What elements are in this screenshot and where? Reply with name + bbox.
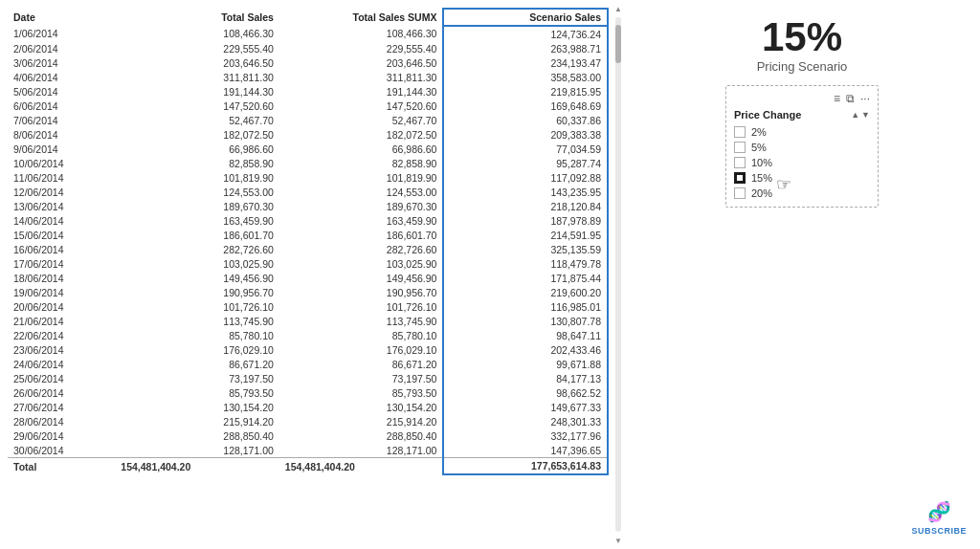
scroll-up-arrow[interactable]: ▲: [613, 4, 623, 13]
price-option-item[interactable]: 2%: [734, 124, 870, 140]
table-row: 19/06/2014 190,956.70 190,956.70 219,600…: [8, 285, 608, 299]
price-option-checkbox[interactable]: [734, 157, 746, 168]
cell-total-sumx: 163,459.90: [279, 213, 444, 228]
cell-total-sales: 82,858.90: [115, 156, 279, 170]
price-option-checkbox[interactable]: [734, 142, 746, 153]
cell-scenario-sales: 219,815.95: [443, 84, 608, 99]
table-row: 27/06/2014 130,154.20 130,154.20 149,677…: [8, 400, 608, 414]
cell-scenario-sales: 202,433.46: [443, 342, 608, 357]
cell-total-sales: 176,029.10: [115, 342, 279, 357]
cell-date: 20/06/2014: [8, 299, 115, 314]
price-option-item[interactable]: 20%: [734, 186, 870, 201]
cell-total-sumx: 203,646.50: [279, 55, 444, 70]
scroll-down-arrow[interactable]: ▼: [613, 536, 623, 545]
table-row: 17/06/2014 103,025.90 103,025.90 118,479…: [8, 256, 608, 271]
header-scenario-sales: Scenario Sales: [443, 9, 608, 26]
cell-date: 7/06/2014: [8, 113, 115, 127]
price-options-list: 2%5%10%15%20%: [734, 124, 870, 201]
cell-date: 21/06/2014: [8, 314, 115, 328]
table-row: 10/06/2014 82,858.90 82,858.90 95,287.74: [8, 156, 608, 170]
cell-total-sumx: 189,670.30: [279, 199, 444, 213]
cell-scenario-sales: 169,648.69: [443, 99, 608, 113]
header-date: Date: [8, 9, 115, 26]
price-option-checkbox[interactable]: [734, 172, 746, 184]
cell-total-sumx: 73,197.50: [279, 371, 444, 385]
table-row: 18/06/2014 149,456.90 149,456.90 171,875…: [8, 271, 608, 285]
footer-scenario-sales: 177,653,614.83: [443, 458, 608, 475]
table-row: 12/06/2014 124,553.00 124,553.00 143,235…: [8, 185, 608, 199]
price-option-item[interactable]: 15%: [734, 170, 870, 186]
sort-icons: ▲ ▼: [851, 110, 870, 120]
expand-icon[interactable]: ⧉: [846, 92, 855, 105]
cell-total-sales: 186,601.70: [115, 228, 279, 242]
cell-date: 16/06/2014: [8, 242, 115, 256]
cell-date: 11/06/2014: [8, 170, 115, 185]
cell-total-sales: 113,745.90: [115, 314, 279, 328]
cell-scenario-sales: 124,736.24: [443, 26, 608, 41]
cell-scenario-sales: 358,583.00: [443, 70, 608, 84]
sort-down-icon[interactable]: ▼: [861, 110, 870, 120]
table-row: 9/06/2014 66,986.60 66,986.60 77,034.59: [8, 142, 608, 156]
cell-total-sales: 163,459.90: [115, 213, 279, 228]
cell-total-sumx: 101,726.10: [279, 299, 444, 314]
cell-total-sumx: 147,520.60: [279, 99, 444, 113]
cell-scenario-sales: 95,287.74: [443, 156, 608, 170]
price-option-item[interactable]: 5%: [734, 140, 870, 155]
table-row: 2/06/2014 229,555.40 229,555.40 263,988.…: [8, 41, 608, 55]
table-area: Date Total Sales Total Sales SUMX Scenar…: [0, 0, 612, 549]
table-row: 8/06/2014 182,072.50 182,072.50 209,383.…: [8, 127, 608, 142]
table-row: 5/06/2014 191,144.30 191,144.30 219,815.…: [8, 84, 608, 99]
cell-scenario-sales: 332,177.96: [443, 428, 608, 443]
cell-total-sales: 85,793.50: [115, 385, 279, 400]
cell-total-sumx: 108,466.30: [279, 26, 444, 41]
cell-total-sales: 215,914.20: [115, 414, 279, 428]
scroll-thumb[interactable]: [615, 25, 621, 63]
footer-label: Total: [8, 458, 115, 475]
scroll-track[interactable]: [615, 17, 621, 532]
pricing-percentage: 15%: [762, 15, 842, 59]
cell-scenario-sales: 98,647.11: [443, 328, 608, 342]
cell-scenario-sales: 116,985.01: [443, 299, 608, 314]
menu-icon[interactable]: ≡: [834, 92, 840, 105]
cell-total-sales: 130,154.20: [115, 400, 279, 414]
price-change-header: Price Change ▲ ▼: [734, 109, 870, 121]
cell-total-sales: 288,850.40: [115, 428, 279, 443]
cell-total-sales: 182,072.50: [115, 127, 279, 142]
cell-total-sales: 149,456.90: [115, 271, 279, 285]
cell-date: 12/06/2014: [8, 185, 115, 199]
sort-up-icon[interactable]: ▲: [851, 110, 859, 120]
table-row: 20/06/2014 101,726.10 101,726.10 116,985…: [8, 299, 608, 314]
table-row: 25/06/2014 73,197.50 73,197.50 84,177.13: [8, 371, 608, 385]
cell-total-sales: 124,553.00: [115, 185, 279, 199]
cell-total-sumx: 149,456.90: [279, 271, 444, 285]
cell-date: 22/06/2014: [8, 328, 115, 342]
subscribe-area: 🧬 SUBSCRIBE: [911, 500, 967, 536]
cell-total-sumx: 191,144.30: [279, 84, 444, 99]
scrollbar[interactable]: ▲ ▼: [612, 0, 624, 549]
cell-total-sumx: 128,171.00: [279, 443, 444, 458]
cell-scenario-sales: 98,662.52: [443, 385, 608, 400]
cell-date: 1/06/2014: [8, 26, 115, 41]
table-row: 28/06/2014 215,914.20 215,914.20 248,301…: [8, 414, 608, 428]
more-icon[interactable]: ···: [860, 92, 870, 105]
cell-date: 5/06/2014: [8, 84, 115, 99]
table-row: 15/06/2014 186,601.70 186,601.70 214,591…: [8, 228, 608, 242]
cell-scenario-sales: 84,177.13: [443, 371, 608, 385]
table-row: 23/06/2014 176,029.10 176,029.10 202,433…: [8, 342, 608, 357]
pricing-label: Pricing Scenario: [757, 59, 848, 74]
cell-total-sumx: 182,072.50: [279, 127, 444, 142]
cell-scenario-sales: 263,988.71: [443, 41, 608, 55]
table-row: 22/06/2014 85,780.10 85,780.10 98,647.11: [8, 328, 608, 342]
price-option-item[interactable]: 10%: [734, 155, 870, 170]
cell-scenario-sales: 209,383.38: [443, 127, 608, 142]
cell-date: 3/06/2014: [8, 55, 115, 70]
price-option-label: 10%: [751, 157, 772, 168]
footer-total-sales: 154,481,404.20: [115, 458, 279, 475]
price-option-checkbox[interactable]: [734, 187, 746, 199]
price-option-checkbox[interactable]: [734, 126, 746, 138]
cell-scenario-sales: 118,479.78: [443, 256, 608, 271]
table-row: 30/06/2014 128,171.00 128,171.00 147,396…: [8, 443, 608, 458]
cell-date: 15/06/2014: [8, 228, 115, 242]
cell-total-sumx: 176,029.10: [279, 342, 444, 357]
cell-total-sumx: 103,025.90: [279, 256, 444, 271]
